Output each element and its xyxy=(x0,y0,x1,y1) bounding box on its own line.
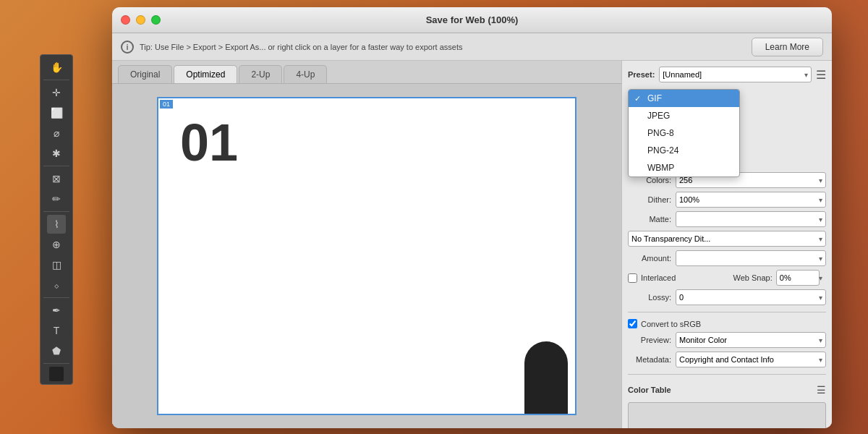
tool-brush[interactable]: ⌇ xyxy=(47,215,66,234)
amount-select[interactable] xyxy=(676,250,826,266)
dither-select-wrapper: 100% xyxy=(676,192,826,208)
right-panel-inner: Preset: [Unnamed] ☰ ✓ GIF xyxy=(628,67,826,428)
preset-select[interactable]: [Unnamed] xyxy=(659,67,812,82)
tab-optimized[interactable]: Optimized xyxy=(174,65,237,83)
convert-srgb-label: Convert to sRGB xyxy=(641,320,701,328)
web-snap-select-wrapper: 0% xyxy=(776,270,826,286)
format-option-gif[interactable]: ✓ GIF xyxy=(629,90,739,107)
format-option-wbmp[interactable]: WBMP xyxy=(629,159,739,176)
tool-select-rect[interactable]: ⬜ xyxy=(47,103,66,122)
preset-row: Preset: [Unnamed] ☰ xyxy=(628,67,826,82)
color-table-menu-icon[interactable]: ☰ xyxy=(817,384,826,396)
matte-label: Matte: xyxy=(628,215,671,224)
preview-label: Preview: xyxy=(628,336,671,344)
tab-4up[interactable]: 4-Up xyxy=(284,65,327,83)
dither-row: Dither: 100% xyxy=(628,192,826,208)
tool-magic-wand[interactable]: ✱ xyxy=(47,144,66,163)
matte-row: Matte: xyxy=(628,211,826,227)
preview-select[interactable]: Monitor Color xyxy=(676,332,826,348)
interlaced-row: Interlaced Web Snap: 0% xyxy=(628,270,826,286)
lossy-select[interactable]: 0 xyxy=(676,289,826,305)
format-option-png24[interactable]: PNG-24 xyxy=(629,142,739,159)
divider-2 xyxy=(628,374,826,375)
divider-1 xyxy=(628,312,826,312)
right-panel: Preset: [Unnamed] ☰ ✓ GIF xyxy=(622,61,832,428)
convert-srgb-row: Convert to sRGB xyxy=(628,319,826,328)
preset-select-wrapper: [Unnamed] xyxy=(659,67,812,82)
tool-shape[interactable]: ⬟ xyxy=(47,341,66,360)
format-option-png8[interactable]: PNG-8 xyxy=(629,124,739,142)
interlaced-label: Interlaced xyxy=(641,273,676,282)
no-transparency-select-wrapper: No Transparency Dit... xyxy=(628,231,826,247)
preview-row: Preview: Monitor Color xyxy=(628,332,826,348)
titlebar-buttons xyxy=(121,15,161,25)
info-icon: i xyxy=(121,41,134,54)
no-transparency-select[interactable]: No Transparency Dit... xyxy=(628,231,826,247)
close-button[interactable] xyxy=(121,15,130,25)
lossy-label: Lossy: xyxy=(628,293,671,302)
amount-label: Amount: xyxy=(628,254,671,263)
preset-menu-icon[interactable]: ☰ xyxy=(816,68,826,82)
minimize-button[interactable] xyxy=(136,15,145,25)
check-icon: ✓ xyxy=(634,94,641,103)
tool-fg-color[interactable] xyxy=(49,367,64,381)
tool-pan[interactable]: ✋ xyxy=(47,58,66,77)
canvas-figure xyxy=(517,327,575,414)
tool-eyedropper[interactable]: ✏ xyxy=(47,190,66,208)
matte-select-wrapper xyxy=(676,211,826,227)
web-snap-select[interactable]: 0% xyxy=(776,270,820,286)
canvas-number: 01 xyxy=(158,98,260,187)
color-table-header: Color Table ☰ xyxy=(628,384,826,396)
color-table-area xyxy=(628,402,826,428)
canvas-label: 01 xyxy=(160,100,173,109)
metadata-select-wrapper: Copyright and Contact Info xyxy=(676,352,826,367)
ps-toolbar: ✋ ✛ ⬜ ⌀ ✱ ⊠ ✏ ⌇ ⊕ ◫ ⬦ ✒ T ⬟ xyxy=(40,54,73,385)
amount-select-wrapper xyxy=(676,250,826,266)
tool-text[interactable]: T xyxy=(47,321,66,340)
matte-select[interactable] xyxy=(676,211,826,227)
maximize-button[interactable] xyxy=(151,15,161,25)
web-snap-label: Web Snap: xyxy=(733,273,773,282)
format-dropdown: ✓ GIF JPEG PNG-8 PNG-24 WBMP xyxy=(628,89,740,177)
dither-label: Dither: xyxy=(628,195,671,204)
lossy-row: Lossy: 0 xyxy=(628,289,826,305)
tool-paint-bucket[interactable]: ⬦ xyxy=(47,276,66,294)
figure-silhouette xyxy=(524,341,568,414)
tip-text: Tip: Use File > Export > Export As... or… xyxy=(140,43,746,51)
tab-2up[interactable]: 2-Up xyxy=(239,65,282,83)
format-option-jpeg[interactable]: JPEG xyxy=(629,107,739,124)
learn-more-button[interactable]: Learn More xyxy=(752,38,823,56)
dialog-title: Save for Web (100%) xyxy=(121,14,823,25)
tool-eraser[interactable]: ◫ xyxy=(47,255,66,274)
tool-move[interactable]: ✛ xyxy=(47,83,66,102)
tool-pen[interactable]: ✒ xyxy=(47,301,66,320)
color-table-title: Color Table xyxy=(628,386,671,394)
tab-original[interactable]: Original xyxy=(118,65,172,83)
interlaced-checkbox[interactable] xyxy=(628,273,637,283)
metadata-select[interactable]: Copyright and Contact Info xyxy=(676,352,826,367)
titlebar: Save for Web (100%) xyxy=(112,7,832,33)
canvas-inner: 01 01 xyxy=(157,97,576,415)
preview-select-wrapper: Monitor Color xyxy=(676,332,826,348)
save-for-web-dialog: Save for Web (100%) i Tip: Use File > Ex… xyxy=(112,7,832,428)
no-transparency-row: No Transparency Dit... xyxy=(628,231,826,247)
preset-label: Preset: xyxy=(628,70,655,79)
tipbar: i Tip: Use File > Export > Export As... … xyxy=(112,33,832,61)
tool-crop[interactable]: ⊠ xyxy=(47,169,66,188)
convert-srgb-checkbox[interactable] xyxy=(628,319,637,328)
lossy-select-wrapper: 0 xyxy=(676,289,826,305)
metadata-row: Metadata: Copyright and Contact Info xyxy=(628,352,826,367)
metadata-label: Metadata: xyxy=(628,355,671,364)
canvas-area: 01 01 xyxy=(112,84,621,428)
amount-row: Amount: xyxy=(628,250,826,266)
tab-bar: Original Optimized 2-Up 4-Up xyxy=(112,61,621,84)
left-panel: Original Optimized 2-Up 4-Up 01 01 xyxy=(112,61,622,428)
tool-clone[interactable]: ⊕ xyxy=(47,235,66,254)
tool-lasso[interactable]: ⌀ xyxy=(47,124,66,142)
dither-select[interactable]: 100% xyxy=(676,192,826,208)
main-content: Original Optimized 2-Up 4-Up 01 01 xyxy=(112,61,832,428)
